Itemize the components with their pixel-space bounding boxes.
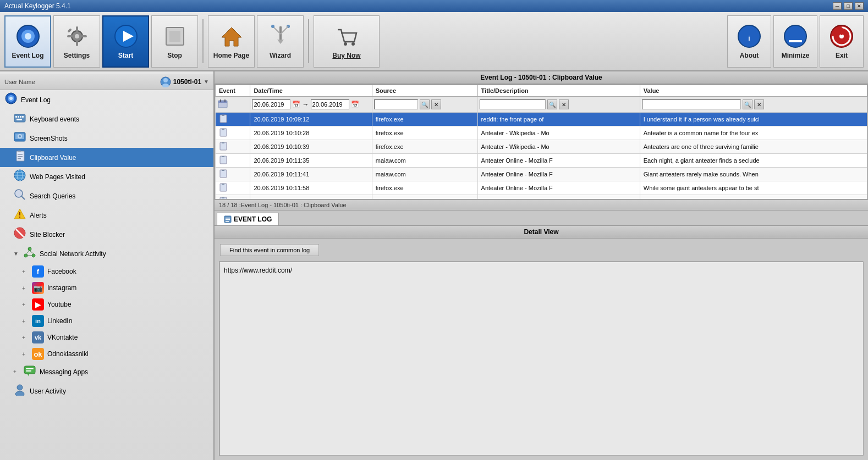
sidebar-item-instagram[interactable]: + 📷 Instagram (0, 280, 213, 296)
cell-source: firefox.exe (372, 181, 477, 195)
cell-event (216, 195, 250, 200)
sidebar-item-vkontakte[interactable]: + vk VKontakte (0, 329, 213, 346)
wizard-button[interactable]: Wizard (257, 15, 304, 68)
msg-expand-icon[interactable]: + (13, 369, 20, 375)
svg-rect-6 (76, 41, 78, 46)
ok-expand-icon[interactable]: + (22, 351, 29, 357)
svg-rect-95 (226, 219, 230, 220)
filter-source-search-btn[interactable]: 🔍 (420, 99, 430, 109)
filter-value-search-btn[interactable]: 🔍 (743, 99, 752, 109)
event-log-label: Event Log (12, 52, 43, 59)
find-event-button[interactable]: Find this event in common log (220, 244, 319, 256)
sidebar-item-site-blocker[interactable]: Site Blocker (0, 225, 213, 244)
cell-source: maiaw.com (372, 168, 477, 181)
user-avatar-icon (160, 76, 171, 87)
table-row[interactable]: 20.06.2019 10:11:35 maiaw.com Anteater O… (216, 154, 867, 168)
about-button[interactable]: i About (727, 15, 771, 68)
filter-calendar-from-icon[interactable]: 📅 (292, 101, 300, 108)
filter-calendar-icon (217, 98, 228, 109)
cell-title: Anteater - Wikipedia - Mo (477, 140, 640, 154)
messaging-icon (23, 364, 36, 379)
filter-title-search-btn[interactable]: 🔍 (547, 99, 557, 109)
svg-point-2 (25, 33, 31, 40)
table-row[interactable]: 20.06.2019 10:09:12 firefox.exe reddit: … (216, 113, 867, 126)
svg-point-35 (9, 97, 13, 100)
sidebar-item-search-queries[interactable]: Search Queries (0, 186, 213, 206)
buy-now-button[interactable]: Buy Now (314, 15, 380, 68)
titlebar-maximize-btn[interactable]: □ (844, 2, 853, 10)
svg-rect-29 (840, 27, 843, 35)
sidebar-label-linkedin: LinkedIn (47, 317, 72, 325)
sidebar-item-keyboard-events[interactable]: Keyboard events (0, 109, 213, 129)
site-blocker-icon (13, 227, 26, 242)
yt-expand-icon[interactable]: + (22, 302, 29, 308)
svg-rect-41 (17, 119, 22, 120)
filter-calendar-to-icon[interactable]: 📅 (351, 101, 359, 108)
svg-point-22 (351, 42, 355, 46)
filter-arrow-icon: → (303, 101, 309, 108)
titlebar-close-btn[interactable]: ✕ (855, 2, 864, 10)
sidebar-item-alerts[interactable]: Alerts (0, 206, 213, 225)
sidebar-item-screenshots[interactable]: ScreenShots (0, 129, 213, 148)
svg-rect-94 (226, 218, 230, 219)
start-button[interactable]: Start (102, 15, 149, 68)
filter-value-clear-btn[interactable]: ✕ (754, 99, 764, 109)
filter-title-input[interactable] (480, 99, 546, 109)
home-page-button[interactable]: Home Page (208, 15, 255, 68)
toolbar-separator-2 (308, 19, 309, 63)
settings-button[interactable]: Settings (53, 15, 100, 68)
filter-value-input[interactable] (642, 99, 741, 109)
start-label: Start (118, 52, 133, 59)
filter-date-from[interactable] (252, 99, 290, 109)
svg-rect-26 (789, 40, 802, 42)
sidebar-item-facebook[interactable]: + f Facebook (0, 263, 213, 280)
exit-button[interactable]: Exit (820, 15, 864, 68)
youtube-icon: ▶ (32, 298, 44, 311)
cell-event (216, 140, 250, 154)
vk-expand-icon[interactable]: + (22, 335, 29, 341)
sidebar-label-search: Search Queries (30, 192, 75, 200)
filter-source-input[interactable] (374, 99, 418, 109)
svg-line-66 (26, 251, 30, 254)
home-page-label: Home Page (213, 52, 249, 59)
sidebar-item-social-network[interactable]: ▼ Social Network Activity (0, 244, 213, 263)
titlebar-minimize-btn[interactable]: ─ (833, 2, 842, 10)
sidebar-item-messaging-apps[interactable]: + Messaging Apps (0, 362, 213, 381)
svg-rect-69 (24, 366, 35, 374)
web-pages-icon (13, 169, 26, 184)
event-log-button[interactable]: Event Log (4, 15, 51, 68)
cell-title: Anteater Online - Mozilla F (477, 154, 640, 168)
table-row[interactable]: 20.06.2019 10:10:39 firefox.exe Anteater… (216, 140, 867, 154)
settings-label: Settings (64, 52, 90, 59)
ig-expand-icon[interactable]: + (22, 285, 29, 291)
main-area: User Name 1050ti-01 ▼ (0, 71, 868, 460)
minimize-button[interactable]: Minimize (773, 15, 817, 68)
stop-button[interactable]: Stop (151, 15, 198, 68)
svg-text:i: i (748, 35, 750, 42)
fb-expand-icon[interactable]: + (22, 269, 29, 275)
sidebar-item-event-log[interactable]: Event Log (0, 90, 213, 109)
event-log-tab[interactable]: EVENT LOG (217, 213, 279, 225)
table-row[interactable]: 20.06.2019 10:11:41 maiaw.com Anteater O… (216, 168, 867, 181)
filter-datetime-cell: 📅 → 📅 (250, 97, 372, 113)
filter-date-to[interactable] (311, 99, 349, 109)
cell-datetime: 20.06.2019 10:11:35 (250, 154, 372, 168)
sidebar-item-clipboard-value[interactable]: Clipboard Value (0, 148, 213, 167)
cell-title: Anteater - Wikipedia - Mo (477, 126, 640, 140)
svg-rect-59 (19, 212, 20, 215)
li-expand-icon[interactable]: + (22, 318, 29, 324)
filter-source-clear-btn[interactable]: ✕ (431, 99, 441, 109)
sidebar-item-web-pages[interactable]: Web Pages Visited (0, 167, 213, 186)
table-row[interactable]: 20.06.2019 10:12:14 maiaw.com Anteater O… (216, 195, 867, 200)
svg-marker-14 (222, 27, 241, 46)
filter-title-clear-btn[interactable]: ✕ (559, 99, 569, 109)
social-expand-icon[interactable]: ▼ (13, 251, 20, 257)
table-row[interactable]: 20.06.2019 10:11:58 firefox.exe Anteater… (216, 181, 867, 195)
username-dropdown[interactable]: ▼ (204, 79, 209, 85)
table-row[interactable]: 20.06.2019 10:10:28 firefox.exe Anteater… (216, 126, 867, 140)
sidebar-item-linkedin[interactable]: + in LinkedIn (0, 313, 213, 329)
sidebar-item-youtube[interactable]: + ▶ Youtube (0, 296, 213, 313)
sidebar-item-odnoklassniki[interactable]: + ok Odnoklassniki (0, 346, 213, 362)
cell-source: firefox.exe (372, 126, 477, 140)
sidebar-item-user-activity[interactable]: User Activity (0, 381, 213, 401)
